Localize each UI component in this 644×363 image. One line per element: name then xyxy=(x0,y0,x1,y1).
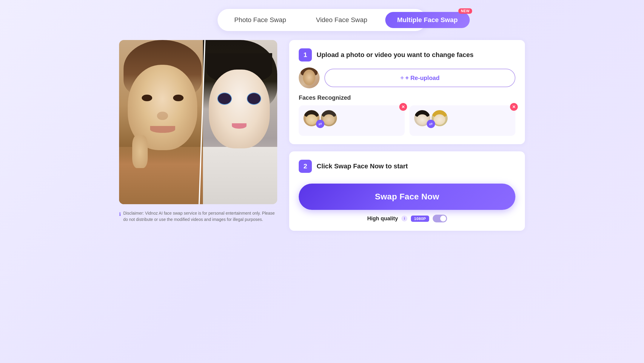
step1-card: 1 Upload a photo or video you want to ch… xyxy=(289,40,525,144)
main-content: ℹ Disclaimer: Vidnoz AI face swap servic… xyxy=(113,37,531,243)
person1-eye-right xyxy=(173,95,184,101)
step2-title: Click Swap Face Now to start xyxy=(317,162,408,171)
swap-icon-1: ⇄ xyxy=(316,120,324,128)
quality-toggle[interactable] xyxy=(433,215,447,222)
split-image-art xyxy=(119,40,277,204)
thumb-face xyxy=(303,70,315,85)
toggle-knob xyxy=(440,216,446,222)
face2-target-face xyxy=(434,114,445,125)
face-pair-1-inner: ⇄ xyxy=(303,110,337,131)
face1-target-face xyxy=(323,114,335,125)
person2-eye-left xyxy=(218,93,231,104)
remove-face-pair-1-button[interactable]: ✕ xyxy=(399,103,407,111)
upload-row: + + Re-upload xyxy=(299,67,515,88)
person2-mouth xyxy=(232,123,246,129)
person1-background xyxy=(119,40,206,204)
disclaimer-text: Disclaimer: Vidnoz AI face swap service … xyxy=(123,210,277,223)
person2-eye-right xyxy=(247,93,261,104)
face-pair-card-2: ✕ ⇄ xyxy=(409,105,515,136)
remove-face-pair-2-button[interactable]: ✕ xyxy=(510,103,518,111)
person1-nose xyxy=(157,112,168,120)
person2-face xyxy=(209,70,270,148)
tab-photo-face-swap[interactable]: Photo Face Swap xyxy=(222,12,298,28)
person1-left xyxy=(119,40,206,204)
disclaimer: ℹ Disclaimer: Vidnoz AI face swap servic… xyxy=(119,210,277,223)
swap-face-now-button[interactable]: Swap Face Now xyxy=(299,184,515,210)
person1-hand xyxy=(132,135,148,168)
person2-outfit xyxy=(203,147,277,204)
disclaimer-icon: ℹ xyxy=(119,211,121,218)
step2-header: 2 Click Swap Face Now to start xyxy=(299,160,515,173)
step2-card: 2 Click Swap Face Now to start Swap Face… xyxy=(289,151,525,231)
preview-image-container xyxy=(119,40,277,204)
quality-label: High quality xyxy=(367,216,398,222)
new-badge: NEW xyxy=(458,8,472,14)
person1-mouth xyxy=(150,126,175,133)
reupload-plus-icon: + xyxy=(400,74,404,82)
reupload-label: + Re-upload xyxy=(405,75,440,81)
tab-multiple-face-swap[interactable]: Multiple Face Swap xyxy=(385,12,470,28)
person1-eye-left xyxy=(142,95,152,101)
face-pair-2-inner: ⇄ xyxy=(414,110,448,131)
face-pairs-row: ✕ ⇄ xyxy=(299,105,515,136)
swap-icon-2: ⇄ xyxy=(427,120,435,128)
reupload-button[interactable]: + + Re-upload xyxy=(324,69,515,87)
controls-panel: 1 Upload a photo or video you want to ch… xyxy=(289,40,525,231)
person2-background xyxy=(203,40,277,204)
face-pair-card-1: ✕ ⇄ xyxy=(299,105,405,136)
tab-video-face-swap[interactable]: Video Face Swap xyxy=(304,12,379,28)
step1-title: Upload a photo or video you want to chan… xyxy=(317,50,474,59)
image-preview-panel: ℹ Disclaimer: Vidnoz AI face swap servic… xyxy=(119,40,277,223)
person2-right xyxy=(203,40,277,204)
quality-badge: 1080P xyxy=(411,216,429,222)
step1-header: 1 Upload a photo or video you want to ch… xyxy=(299,48,515,61)
nav-bar: Photo Face Swap Video Face Swap Multiple… xyxy=(218,9,426,31)
tab-multiple-wrapper: Multiple Face Swap NEW xyxy=(385,12,470,28)
step1-number: 1 xyxy=(299,48,312,61)
face1-source-face xyxy=(306,114,317,125)
quality-info-icon[interactable]: i xyxy=(401,216,407,222)
step2-number: 2 xyxy=(299,160,312,173)
quality-row: High quality i 1080P xyxy=(299,215,515,222)
faces-section-title: Faces Recognized xyxy=(299,94,515,101)
face2-source-face xyxy=(417,114,428,125)
uploaded-thumbnail xyxy=(299,67,320,88)
